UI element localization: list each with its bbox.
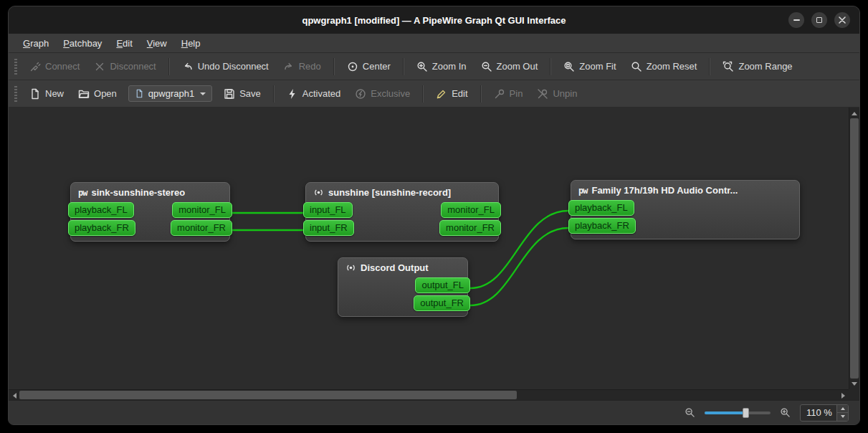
statusbar: 110 %: [9, 400, 859, 424]
horizontal-scroll-thumb[interactable]: [19, 391, 517, 399]
zoom-out-icon: [481, 61, 492, 72]
connections-layer: [9, 108, 859, 400]
window-controls: [788, 6, 850, 34]
vertical-scrollbar[interactable]: [849, 108, 859, 389]
arrow-down-icon: [841, 415, 845, 420]
toolbar-graph: Connect Disconnect Undo Disconnect Redo …: [9, 53, 859, 80]
vertical-scroll-thumb[interactable]: [850, 118, 859, 379]
scroll-right-button[interactable]: [838, 390, 849, 400]
node-family-hd-audio[interactable]: pw Family 17h/19h HD Audio Contr... play…: [571, 180, 800, 239]
spin-up-button[interactable]: [837, 405, 848, 413]
menu-help[interactable]: Help: [174, 35, 208, 52]
zoom-out-button[interactable]: Zoom Out: [474, 57, 545, 76]
port-monitor_FR[interactable]: monitor_FR: [439, 220, 501, 236]
horizontal-scrollbar[interactable]: [9, 389, 849, 400]
scroll-left-button[interactable]: [9, 390, 19, 400]
patchbay-combo[interactable]: qpwgraph1: [128, 85, 212, 102]
node-title: Family 17h/19h HD Audio Contr...: [591, 185, 738, 196]
menu-edit[interactable]: Edit: [109, 35, 139, 52]
patchbay-combo-value: qpwgraph1: [148, 88, 194, 99]
node-title: sink-sunshine-stereo: [91, 187, 185, 198]
undo-icon: [182, 61, 194, 72]
zoom-fit-button[interactable]: Zoom Fit: [557, 57, 622, 76]
node-header: pw sink-sunshine-stereo: [71, 183, 229, 200]
connect-icon: [29, 61, 41, 72]
port-monitor_FL[interactable]: monitor_FL: [441, 202, 501, 218]
menu-graph[interactable]: Graph: [16, 35, 56, 52]
zoom-value: 110 %: [801, 407, 836, 418]
app-window: qpwgraph1 [modified] — A PipeWire Graph …: [8, 6, 860, 425]
spin-down-button[interactable]: [837, 412, 848, 421]
exclusive-button[interactable]: Exclusive: [348, 85, 416, 103]
port-monitor_FL[interactable]: monitor_FL: [172, 202, 232, 218]
toolbar-separator: [403, 58, 404, 75]
new-file-icon: [29, 88, 41, 100]
node-sink-sunshine-stereo[interactable]: pw sink-sunshine-stereo playback_FL moni…: [70, 182, 230, 242]
minimize-button[interactable]: [788, 12, 804, 28]
arrow-right-icon: [841, 393, 848, 399]
open-button[interactable]: Open: [72, 85, 123, 103]
port-playback_FL[interactable]: playback_FL: [568, 200, 634, 216]
unpin-button[interactable]: Unpin: [530, 85, 583, 103]
disconnect-icon: [94, 61, 105, 72]
disconnect-button[interactable]: Disconnect: [87, 57, 162, 76]
exclusive-icon: [355, 88, 366, 100]
save-icon: [224, 88, 235, 100]
port-output_FR[interactable]: output_FR: [414, 295, 470, 311]
toolbar-file: New Open qpwgraph1 Save Activated Exclus…: [9, 80, 859, 108]
zoom-in-small-icon[interactable]: [780, 407, 791, 418]
edit-button[interactable]: Edit: [429, 85, 474, 103]
menu-patchbay[interactable]: Patchbay: [56, 35, 109, 52]
arrow-down-icon: [852, 382, 857, 389]
node-sunshine-record[interactable]: sunshine [sunshine-record] input_FL moni…: [305, 182, 499, 242]
port-playback_FL[interactable]: playback_FL: [68, 202, 134, 218]
scroll-up-button[interactable]: [849, 108, 859, 118]
node-title: Discord Output: [361, 262, 429, 273]
chevron-down-icon: [200, 92, 206, 98]
connect-button[interactable]: Connect: [23, 57, 86, 76]
zoom-slider[interactable]: [705, 406, 771, 419]
redo-button[interactable]: Redo: [277, 57, 328, 76]
port-playback_FR[interactable]: playback_FR: [68, 220, 135, 236]
close-button[interactable]: [834, 12, 850, 28]
port-output_FL[interactable]: output_FL: [415, 277, 470, 293]
open-folder-icon: [78, 88, 90, 100]
node-title: sunshine [sunshine-record]: [328, 187, 451, 198]
port-input_FL[interactable]: input_FL: [303, 202, 353, 218]
zoom-slider-handle[interactable]: [743, 408, 749, 418]
pin-button[interactable]: Pin: [487, 85, 530, 103]
graph-canvas[interactable]: pw sink-sunshine-stereo playback_FL moni…: [9, 108, 859, 400]
toolbar-separator: [273, 85, 275, 103]
save-button[interactable]: Save: [217, 85, 267, 103]
zoom-spinbox[interactable]: 110 %: [800, 404, 849, 422]
pipewire-icon: pw: [578, 186, 587, 196]
toolbar-separator: [168, 58, 170, 75]
toolbar-separator: [333, 58, 335, 75]
toolbar-handle[interactable]: [14, 59, 17, 75]
maximize-button[interactable]: [811, 12, 827, 28]
close-icon: [839, 16, 846, 24]
arrow-up-icon: [852, 109, 857, 115]
node-discord-output[interactable]: Discord Output output_FL output_FR: [338, 257, 468, 317]
scroll-down-button[interactable]: [849, 379, 859, 389]
unpin-icon: [537, 88, 548, 100]
titlebar[interactable]: qpwgraph1 [modified] — A PipeWire Graph …: [9, 6, 859, 34]
undo-disconnect-button[interactable]: Undo Disconnect: [176, 57, 275, 76]
zoom-reset-button[interactable]: Zoom Reset: [624, 57, 704, 76]
zoom-out-small-icon[interactable]: [685, 407, 695, 418]
activated-button[interactable]: Activated: [280, 85, 347, 103]
menu-view[interactable]: View: [140, 35, 174, 52]
zoom-range-button[interactable]: Zoom Range: [716, 57, 798, 76]
arrow-up-icon: [841, 405, 845, 410]
zoom-in-button[interactable]: Zoom In: [410, 57, 473, 76]
port-playback_FR[interactable]: playback_FR: [568, 218, 636, 234]
menubar: Graph Patchbay Edit View Help: [9, 34, 859, 53]
new-button[interactable]: New: [23, 85, 70, 103]
pin-icon: [494, 88, 505, 100]
center-button[interactable]: Center: [340, 57, 397, 76]
zoom-range-icon: [722, 61, 734, 72]
pipewire-icon: pw: [78, 188, 87, 198]
port-monitor_FR[interactable]: monitor_FR: [171, 220, 232, 236]
port-input_FR[interactable]: input_FR: [303, 220, 354, 236]
toolbar-handle[interactable]: [14, 86, 17, 102]
